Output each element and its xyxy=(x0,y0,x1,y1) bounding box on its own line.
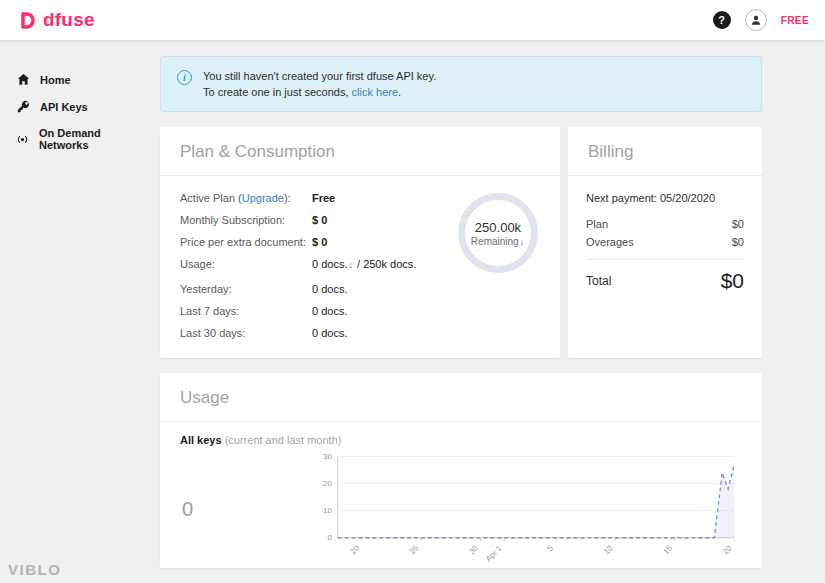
usage-card: Usage All keys (current and last month) … xyxy=(160,373,762,568)
usage-card-title: Usage xyxy=(160,373,762,422)
sidebar-item-label: On Demand Networks xyxy=(39,127,144,151)
top-bar: dfuse ? FREE xyxy=(0,0,825,40)
sidebar: Home API Keys On Demand Networks xyxy=(0,40,160,158)
billing-plan-value: $0 xyxy=(732,218,744,230)
price-per-doc-value: $ 0 xyxy=(312,236,327,248)
billing-overages-label: Overages xyxy=(586,236,634,248)
svg-text:10: 10 xyxy=(602,543,615,556)
svg-text:0: 0 xyxy=(327,533,332,542)
billing-total-row: Total $0 xyxy=(586,269,744,293)
chart-series-label: All keys (current and last month) xyxy=(180,434,744,446)
svg-text:30: 30 xyxy=(323,452,332,461)
last-30-days-row: Last 30 days: 0 docs. xyxy=(180,327,540,339)
billing-card: Billing Next payment: 05/20/2020 Plan $0… xyxy=(568,127,762,358)
svg-text:20: 20 xyxy=(323,479,332,488)
plan-badge: FREE xyxy=(781,15,809,26)
billing-card-title: Billing xyxy=(568,127,762,176)
down-arrow-icon: ↓ xyxy=(520,237,525,247)
price-per-doc-label: Price per extra document: xyxy=(180,236,312,248)
user-account-button[interactable] xyxy=(745,9,767,31)
svg-text:25: 25 xyxy=(408,543,421,556)
upgrade-link[interactable]: Upgrade xyxy=(242,192,284,204)
viblo-watermark: VIBLO xyxy=(8,561,61,578)
banner-action-line: To create one in just seconds, click her… xyxy=(203,84,747,100)
question-mark-icon: ? xyxy=(718,14,725,26)
sidebar-item-label: API Keys xyxy=(40,101,88,113)
usage-count: 0 docs. xyxy=(312,258,347,270)
header-actions: ? FREE xyxy=(713,9,809,31)
billing-total-label: Total xyxy=(586,274,611,288)
svg-text:15: 15 xyxy=(661,543,674,556)
banner-action-text: To create one in just seconds, xyxy=(203,86,352,98)
monthly-subscription-value: $ 0 xyxy=(312,214,327,226)
last-7-days-label: Last 7 days: xyxy=(180,305,312,317)
svg-text:30: 30 xyxy=(467,543,480,556)
gauge-label: Remaining↓ xyxy=(471,236,525,247)
gauge-value: 250.00k xyxy=(475,220,521,235)
last-7-days-row: Last 7 days: 0 docs. xyxy=(180,305,540,317)
plan-consumption-card: Plan & Consumption Active Plan (Upgrade)… xyxy=(160,127,560,358)
usage-value: 0 docs.↓ / 250k docs. xyxy=(312,258,416,270)
create-key-link[interactable]: click here xyxy=(352,86,398,98)
usage-chart: 0102030202530Apr 15101520 xyxy=(308,448,744,570)
top-cards-row: Plan & Consumption Active Plan (Upgrade)… xyxy=(160,127,762,358)
sidebar-item-home[interactable]: Home xyxy=(0,66,160,93)
last-30-days-label: Last 30 days: xyxy=(180,327,312,339)
main-content: i You still haven't created your first d… xyxy=(160,40,762,568)
last-7-days-value: 0 docs. xyxy=(312,305,347,317)
yesterday-label: Yesterday: xyxy=(180,283,312,295)
svg-text:10: 10 xyxy=(323,506,332,515)
dfuse-logo-icon xyxy=(16,10,37,31)
billing-divider xyxy=(586,259,744,260)
active-plan-label-prefix: Active Plan ( xyxy=(180,192,242,204)
yesterday-value: 0 docs. xyxy=(312,283,347,295)
info-icon: i xyxy=(177,70,192,85)
active-plan-label-suffix: ): xyxy=(284,192,291,204)
chart-series-name: All keys xyxy=(180,434,222,446)
usage-quota: / 250k docs. xyxy=(354,258,416,270)
info-banner: i You still haven't created your first d… xyxy=(160,56,762,112)
billing-overages-value: $0 xyxy=(732,236,744,248)
plan-card-title: Plan & Consumption xyxy=(160,127,560,176)
billing-card-body: Next payment: 05/20/2020 Plan $0 Overage… xyxy=(568,176,762,309)
dfuse-logo[interactable]: dfuse xyxy=(16,9,95,31)
usage-label: Usage: xyxy=(180,258,312,270)
network-icon xyxy=(16,133,29,146)
help-button[interactable]: ? xyxy=(713,11,731,29)
yesterday-row: Yesterday: 0 docs. xyxy=(180,283,540,295)
billing-plan-label: Plan xyxy=(586,218,608,230)
active-plan-label: Active Plan (Upgrade): xyxy=(180,192,312,204)
next-payment: Next payment: 05/20/2020 xyxy=(586,192,744,204)
remaining-gauge: 250.00k Remaining↓ xyxy=(458,193,538,273)
gauge-label-text: Remaining xyxy=(471,236,519,247)
billing-overages-row: Overages $0 xyxy=(586,236,744,248)
banner-action-period: . xyxy=(398,86,401,98)
billing-total-value: $0 xyxy=(721,269,744,293)
last-30-days-value: 0 docs. xyxy=(312,327,347,339)
usage-card-body: All keys (current and last month) 0 0102… xyxy=(160,422,762,570)
banner-message: You still haven't created your first dfu… xyxy=(203,68,747,84)
key-icon xyxy=(16,100,30,113)
sidebar-item-api-keys[interactable]: API Keys xyxy=(0,93,160,120)
active-plan-value: Free xyxy=(312,192,335,204)
sidebar-item-label: Home xyxy=(40,74,71,86)
usage-chart-area: 0 0102030202530Apr 15101520 xyxy=(180,448,744,570)
billing-plan-row: Plan $0 xyxy=(586,218,744,230)
usage-total-value: 0 xyxy=(180,498,308,521)
down-arrow-icon: ↓ xyxy=(348,260,353,270)
home-icon xyxy=(16,73,30,86)
monthly-subscription-label: Monthly Subscription: xyxy=(180,214,312,226)
svg-text:5: 5 xyxy=(546,543,556,553)
svg-text:Apr 1: Apr 1 xyxy=(484,543,504,563)
svg-text:20: 20 xyxy=(348,543,361,556)
brand-name: dfuse xyxy=(43,9,95,31)
sidebar-item-on-demand-networks[interactable]: On Demand Networks xyxy=(0,120,160,158)
chart-series-note: (current and last month) xyxy=(225,434,342,446)
user-icon xyxy=(750,14,762,26)
svg-text:20: 20 xyxy=(721,543,734,556)
